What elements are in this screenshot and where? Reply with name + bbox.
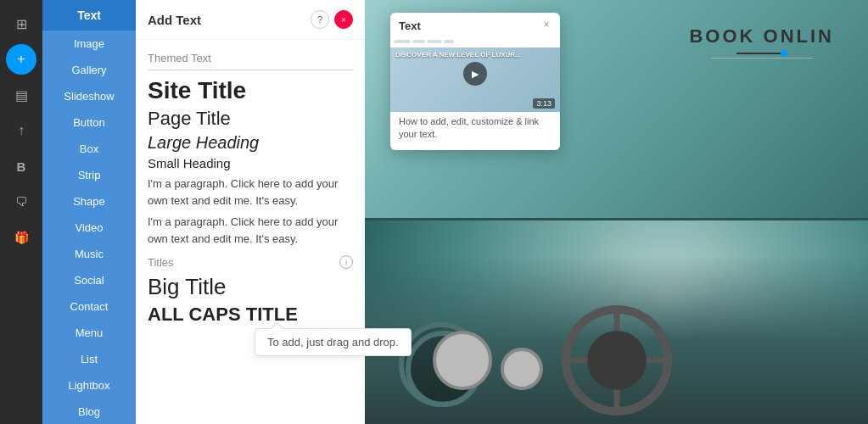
add-text-title: Add Text bbox=[148, 13, 201, 27]
sidebar-item-list[interactable]: List bbox=[42, 346, 136, 372]
preview-area: BOOK ONLIN × Text DISCOVER A NEW LEVEL O… bbox=[365, 0, 868, 424]
themed-text-label: Themed Text bbox=[148, 52, 353, 70]
page-title-option[interactable]: Page Title bbox=[148, 108, 353, 130]
caps-title-option[interactable]: ALL CAPS TITLE bbox=[148, 304, 353, 326]
book-online-line bbox=[736, 53, 787, 54]
text-panel: Text Image Gallery Slideshow Button Box … bbox=[42, 0, 136, 424]
add-text-panel: Add Text ? × Themed Text Site Title Page… bbox=[136, 0, 365, 424]
upload-icon[interactable]: ↑ bbox=[6, 115, 36, 146]
text-popup-description: How to add, edit, customize & link your … bbox=[390, 112, 560, 150]
paragraph2-option[interactable]: I'm a paragraph. Click here to add your … bbox=[148, 214, 353, 247]
text-popup-video-thumb[interactable]: DISCOVER A NEW LEVEL OF LUXUR... ▶ 3:13 bbox=[390, 36, 560, 112]
sidebar-item-social[interactable]: Social bbox=[42, 267, 136, 293]
close-button[interactable]: × bbox=[334, 10, 353, 29]
add-icon[interactable]: + bbox=[6, 44, 36, 75]
small-heading-option[interactable]: Small Heading bbox=[148, 156, 353, 170]
book-online-text: BOOK ONLIN bbox=[689, 25, 834, 47]
video-overlay-text: DISCOVER A NEW LEVEL OF LUXUR... bbox=[395, 51, 521, 59]
sidebar-item-blog[interactable]: Blog bbox=[42, 399, 136, 424]
help-button[interactable]: ? bbox=[311, 10, 329, 29]
titles-row: Titles i bbox=[148, 255, 353, 269]
drag-tooltip: To add, just drag and drop. bbox=[255, 328, 412, 356]
bold-icon[interactable]: B bbox=[6, 151, 36, 181]
big-title-option[interactable]: Big Title bbox=[148, 274, 353, 300]
book-online-dot bbox=[781, 50, 787, 57]
video-duration: 3:13 bbox=[533, 98, 555, 109]
sidebar-item-box[interactable]: Box bbox=[42, 136, 136, 162]
sidebar-item-music[interactable]: Music bbox=[42, 241, 136, 267]
sidebar-item-lightbox[interactable]: Lightbox bbox=[42, 372, 136, 399]
book-online-section: BOOK ONLIN bbox=[689, 25, 834, 62]
paragraph1-option[interactable]: I'm a paragraph. Click here to add your … bbox=[148, 176, 353, 209]
sidebar-item-shape[interactable]: Shape bbox=[42, 188, 136, 215]
play-button[interactable]: ▶ bbox=[463, 62, 487, 86]
sidebar-item-contact[interactable]: Contact bbox=[42, 293, 136, 320]
sidebar-item-button[interactable]: Button bbox=[42, 109, 136, 136]
sidebar-item-video[interactable]: Video bbox=[42, 215, 136, 241]
chat-icon[interactable]: 🗨 bbox=[6, 187, 36, 217]
text-popup-title: Text bbox=[390, 13, 560, 36]
add-text-header: Add Text ? × bbox=[136, 0, 365, 40]
text-popup-close[interactable]: × bbox=[540, 18, 553, 31]
info-icon[interactable]: i bbox=[339, 255, 353, 269]
sidebar-item-strip[interactable]: Strip bbox=[42, 162, 136, 188]
large-heading-option[interactable]: Large Heading bbox=[148, 133, 353, 153]
sidebar-item-menu[interactable]: Menu bbox=[42, 320, 136, 346]
text-panel-header[interactable]: Text bbox=[42, 0, 136, 31]
text-popup-card: × Text DISCOVER A NEW LEVEL OF LUXUR... … bbox=[390, 13, 560, 150]
titles-label: Titles bbox=[148, 256, 174, 269]
sidebar-item-slideshow[interactable]: Slideshow bbox=[42, 83, 136, 109]
add-text-actions: ? × bbox=[311, 10, 353, 29]
book-online-progress bbox=[711, 58, 813, 59]
gift-icon[interactable]: 🎁 bbox=[6, 222, 36, 253]
tools-icon[interactable]: ▤ bbox=[6, 80, 36, 110]
sidebar-item-gallery[interactable]: Gallery bbox=[42, 57, 136, 83]
pages-icon[interactable]: ⊞ bbox=[6, 8, 36, 39]
icon-bar: ⊞ + ▤ ↑ B 🗨 🎁 bbox=[0, 0, 42, 424]
site-title-option[interactable]: Site Title bbox=[148, 77, 353, 104]
add-text-content: Themed Text Site Title Page Title Large … bbox=[136, 40, 365, 424]
sidebar-item-image[interactable]: Image bbox=[42, 31, 136, 57]
